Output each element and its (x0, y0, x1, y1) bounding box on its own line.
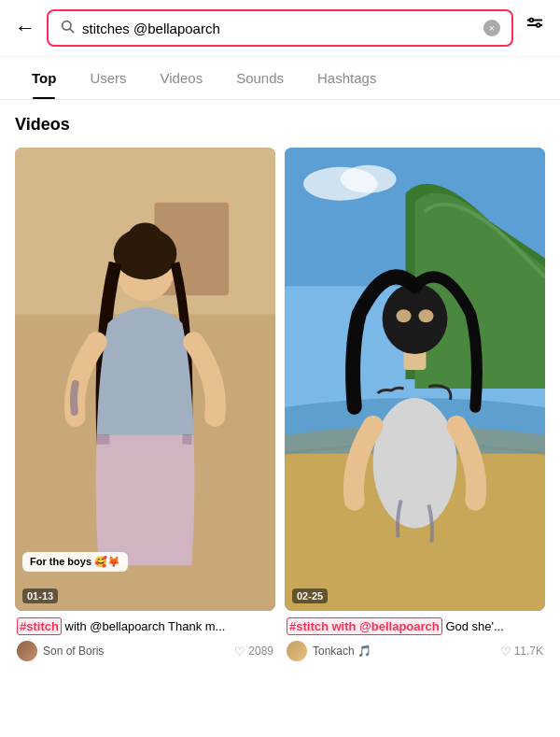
svg-point-11 (129, 223, 162, 249)
videos-grid: For the boys 🥰🦊 01-13 #stitch with @bell… (15, 148, 545, 665)
author-name-1: Son of Boris (43, 645, 229, 658)
search-bar-container: × (47, 9, 513, 47)
filter-button[interactable] (521, 11, 549, 45)
avatar-2 (287, 641, 307, 661)
search-input[interactable] (82, 21, 476, 36)
tab-users[interactable]: Users (73, 57, 143, 99)
video-card-1[interactable]: For the boys 🥰🦊 01-13 #stitch with @bell… (15, 148, 275, 665)
like-count-2: 11.7K (514, 645, 543, 658)
video-thumbnail-2: 02-25 (285, 148, 545, 611)
tab-hashtags[interactable]: Hashtags (301, 57, 393, 99)
tab-sounds[interactable]: Sounds (219, 57, 301, 99)
video-title-1: #stitch with @bellapoarch Thank m... (17, 618, 273, 635)
search-header: ← × (0, 0, 560, 57)
hashtag-highlight-2: #stitch with @bellapoarch (287, 617, 442, 635)
video-title-2: #stitch with @bellapoarch God she'... (287, 618, 543, 635)
video-author-row-1: Son of Boris ♡ 2089 (17, 641, 273, 661)
video-card-2[interactable]: 02-25 #stitch with @bellapoarch God she'… (285, 148, 545, 665)
svg-line-1 (70, 29, 74, 33)
svg-point-16 (373, 398, 457, 529)
tabs-bar: Top Users Videos Sounds Hashtags (0, 57, 560, 100)
like-row-1: ♡ 2089 (234, 645, 273, 659)
like-count-1: 2089 (248, 645, 273, 658)
svg-point-20 (418, 309, 433, 322)
video-duration-2: 02-25 (292, 588, 328, 603)
back-button[interactable]: ← (11, 12, 39, 44)
tab-top[interactable]: Top (15, 57, 73, 99)
svg-point-15 (341, 165, 397, 193)
video-thumbnail-1: For the boys 🥰🦊 01-13 (15, 148, 275, 611)
search-icon (60, 19, 75, 37)
section-title: Videos (15, 115, 545, 135)
hashtag-highlight-1: #stitch (17, 617, 62, 635)
svg-point-4 (530, 19, 534, 22)
video-meta-2: #stitch with @bellapoarch God she'... To… (285, 611, 545, 665)
avatar-1 (17, 641, 37, 661)
svg-point-18 (383, 283, 448, 354)
heart-icon-2: ♡ (500, 645, 511, 659)
svg-point-5 (537, 23, 540, 27)
video-meta-1: #stitch with @bellapoarch Thank m... Son… (15, 611, 275, 665)
video-duration-1: 01-13 (22, 588, 58, 603)
like-row-2: ♡ 11.7K (500, 645, 543, 659)
tab-videos[interactable]: Videos (144, 57, 220, 99)
heart-icon-1: ♡ (234, 645, 245, 659)
video-caption-bubble-1: For the boys 🥰🦊 (22, 552, 128, 572)
main-content: Videos (0, 100, 560, 684)
video-author-row-2: Tonkach 🎵 ♡ 11.7K (287, 641, 543, 661)
svg-point-19 (397, 309, 412, 322)
author-name-2: Tonkach 🎵 (313, 645, 495, 658)
search-clear-button[interactable]: × (483, 20, 500, 36)
